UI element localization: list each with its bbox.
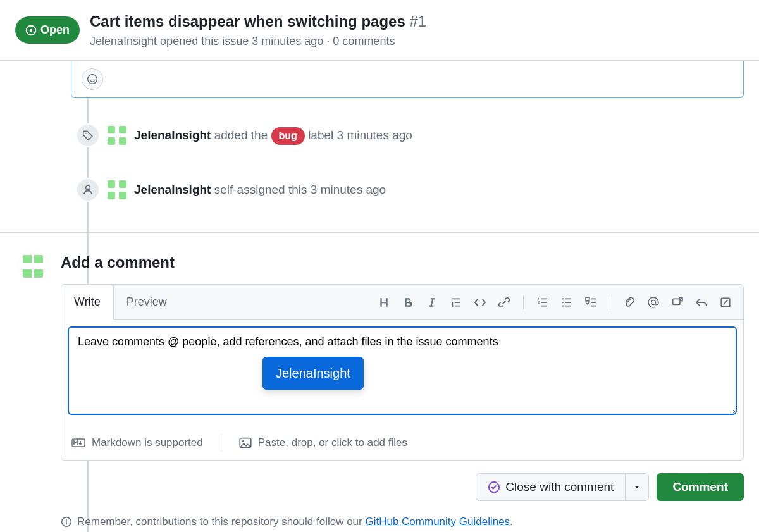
svg-point-10 [562,301,564,302]
unordered-list-icon [561,297,572,308]
svg-point-1 [30,28,33,32]
svg-point-6 [86,185,90,190]
heading-icon [378,297,390,308]
previous-comment-footer [71,61,744,98]
close-dropdown-button[interactable] [626,473,649,501]
tasklist-icon [585,297,596,308]
current-user-avatar[interactable] [18,251,48,281]
issue-meta: JelenaInsight opened this issue 3 minute… [90,33,426,50]
mention-button[interactable] [642,291,665,314]
info-icon [61,516,72,528]
task-list-button[interactable] [579,291,602,314]
reference-button[interactable] [666,291,689,314]
avatar[interactable] [108,126,126,145]
comment-form: Write Preview 12 [61,284,744,461]
event-author-link[interactable]: JelenaInsight [134,128,211,142]
quote-button[interactable] [445,291,467,314]
svg-point-3 [90,77,91,78]
comment-actions: Close with comment Comment [61,473,744,501]
link-button[interactable] [493,291,515,314]
person-icon [82,184,94,195]
quote-icon [450,297,462,308]
reply-icon [696,297,707,308]
comment-form-footer: Markdown is supported Paste, drop, or cl… [61,426,743,460]
issue-header: Open Cart items disappear when switching… [0,0,759,61]
attach-button[interactable] [618,291,641,314]
toolbar-separator [610,295,610,309]
issue-title-row: Cart items disappear when switching page… [90,10,426,33]
svg-text:2: 2 [538,300,540,304]
bold-icon [402,297,414,308]
issue-opened-time: 3 minutes ago [252,35,323,47]
state-badge: Open [15,16,80,44]
footer-separator [221,435,221,451]
timeline-badge [76,123,100,147]
markdown-icon [71,438,85,448]
reply-button[interactable] [690,291,713,314]
ordered-list-icon: 12 [537,297,548,308]
comment-tabs: Write Preview 12 [61,285,743,320]
timeline-badge [76,178,100,202]
toolbar-separator [523,295,524,309]
svg-point-11 [562,305,564,306]
heading-button[interactable] [373,291,395,314]
attach-files-link[interactable]: Paste, drop, or click to add files [239,435,407,451]
cross-reference-icon [672,297,683,308]
issue-author-link[interactable]: JelenaInsight [90,35,157,47]
image-icon [239,437,252,448]
caret-down-icon [633,483,641,491]
event-time: 3 minutes ago [337,128,412,142]
svg-rect-12 [586,297,589,301]
svg-point-5 [85,133,87,134]
code-button[interactable] [469,291,491,314]
close-with-comment-button[interactable]: Close with comment [476,473,626,501]
svg-point-13 [651,300,656,304]
event-author-link[interactable]: JelenaInsight [134,183,211,196]
slash-commands-button[interactable] [714,291,737,314]
event-time: 3 minutes ago [311,183,386,196]
add-reaction-button[interactable] [82,68,103,90]
svg-point-18 [242,440,244,442]
paperclip-icon [624,297,635,308]
tab-preview[interactable]: Preview [114,285,180,319]
community-guidelines-link[interactable]: GitHub Community Guidelines [365,516,510,528]
svg-point-9 [562,298,564,299]
issue-closed-icon [488,481,500,493]
comment-submit-button[interactable]: Comment [657,473,744,501]
unordered-list-button[interactable] [555,291,578,314]
svg-point-4 [94,77,95,78]
add-comment-heading: Add a comment [61,251,744,274]
markdown-supported-link[interactable]: Markdown is supported [71,435,203,451]
issue-title: Cart items disappear when switching page… [90,13,405,30]
svg-point-2 [88,75,97,84]
avatar[interactable] [108,180,126,199]
formatting-toolbar: 12 [366,291,743,314]
state-label: Open [40,22,70,39]
italic-button[interactable] [421,291,443,314]
mention-suggestion[interactable]: JelenaInsight [262,357,364,390]
svg-rect-14 [673,299,680,304]
code-icon [474,297,486,308]
label-pill-bug[interactable]: bug [271,127,305,145]
timeline-assign-event: JelenaInsight self-assigned this 3 minut… [71,178,744,202]
smiley-icon [87,73,98,85]
timeline-label-event: JelenaInsight added the bug label 3 minu… [71,123,744,147]
issue-comment-count: 0 comments [333,35,395,47]
bold-button[interactable] [397,291,419,314]
contribution-guidelines: Remember, contributions to this reposito… [61,514,744,530]
issue-open-icon [25,25,37,36]
issue-number: #1 [409,13,426,30]
ordered-list-button[interactable]: 12 [531,291,554,314]
link-icon [498,297,510,308]
tab-write[interactable]: Write [61,284,114,320]
diff-icon [720,297,731,308]
italic-icon [426,297,438,308]
comment-textarea[interactable] [68,326,737,415]
section-divider [0,232,759,233]
svg-point-21 [66,519,67,520]
mention-icon [648,297,659,308]
tag-icon [82,130,94,141]
